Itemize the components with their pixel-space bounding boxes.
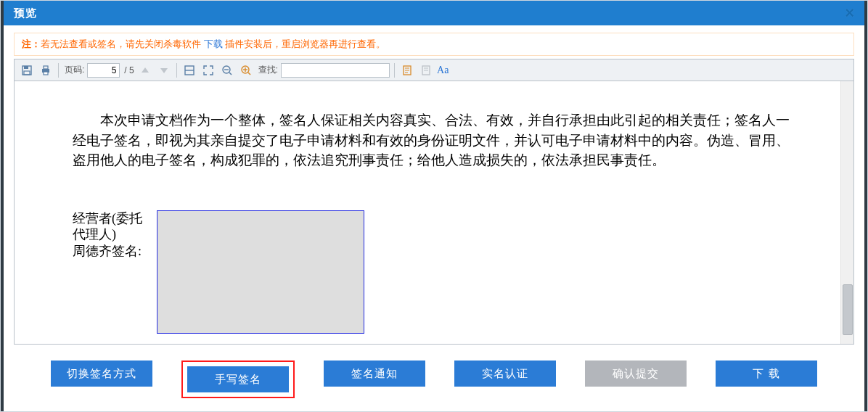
svg-rect-5 [44, 72, 48, 75]
notice-label: 注： [22, 38, 41, 49]
close-icon[interactable]: × [845, 4, 854, 22]
switch-sign-method-button[interactable]: 切换签名方式 [51, 360, 152, 387]
notice-text-1: 若无法查看或签名，请先关闭杀毒软件 [41, 38, 204, 49]
page-label: 页码: [65, 64, 84, 76]
print-icon[interactable] [38, 62, 54, 78]
scrollbar-track[interactable] [840, 81, 853, 344]
svg-rect-1 [24, 66, 28, 69]
highlight-icon[interactable] [399, 62, 415, 78]
pdf-toolbar: 页码: / 5 [15, 59, 853, 81]
svg-rect-4 [44, 66, 48, 69]
notice-text-2: 插件安装后，重启浏览器再进行查看。 [223, 38, 386, 49]
signature-box[interactable] [157, 210, 364, 334]
scrollbar-thumb[interactable] [843, 284, 853, 335]
text-tool-icon[interactable]: Aa [437, 65, 449, 76]
save-icon[interactable] [19, 62, 35, 78]
document-paragraph: 本次申请文档作为一个整体，签名人保证相关内容真实、合法、有效，并自行承担由此引起… [73, 110, 790, 170]
action-button-row: 切换签名方式 手写签名 签名通知 实名认证 确认提交 下 载 [14, 360, 854, 398]
note-icon[interactable] [418, 62, 434, 78]
sig-label-role: 经营者(委托代理人) [73, 210, 152, 243]
page-number-input[interactable] [87, 63, 120, 78]
search-input[interactable] [281, 63, 390, 78]
modal-title: 预览 [14, 7, 37, 20]
confirm-submit-button: 确认提交 [585, 360, 687, 387]
modal-header: 预览 × [4, 1, 864, 25]
zoom-in-icon[interactable] [238, 62, 254, 78]
zoom-out-icon[interactable] [219, 62, 235, 78]
handwrite-sign-button[interactable]: 手写签名 [187, 366, 289, 392]
page-total: / 5 [124, 65, 134, 75]
highlighted-action: 手写签名 [181, 360, 295, 398]
real-name-auth-button[interactable]: 实名认证 [454, 360, 556, 387]
download-button[interactable]: 下 载 [716, 360, 817, 387]
page-down-icon[interactable] [156, 62, 172, 78]
signature-labels: 经营者(委托代理人) 周德齐签名: [73, 210, 152, 260]
page-up-icon[interactable] [137, 62, 153, 78]
svg-line-14 [248, 73, 250, 75]
fit-page-icon[interactable] [200, 62, 216, 78]
search-label: 查找: [258, 64, 278, 76]
fit-width-icon[interactable] [181, 62, 197, 78]
sig-label-name: 周德齐签名: [73, 243, 152, 260]
sign-notice-button[interactable]: 签名通知 [324, 360, 425, 387]
document-viewer: 本次申请文档作为一个整体，签名人保证相关内容真实、合法、有效，并自行承担由此引起… [15, 81, 853, 344]
notice-bar: 注：若无法查看或签名，请先关闭杀毒软件 下载 插件安装后，重启浏览器再进行查看。 [14, 33, 854, 56]
svg-rect-2 [24, 71, 30, 75]
download-plugin-link[interactable]: 下载 [204, 38, 223, 49]
svg-line-10 [229, 73, 232, 75]
